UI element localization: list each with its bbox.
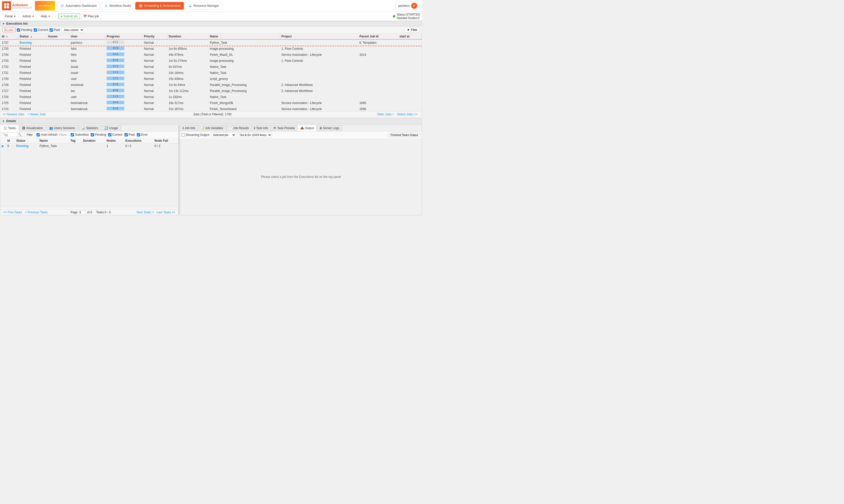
table-row[interactable]: 1730 Finished user 1 / 1 Normal 15s 436m… [0,76,422,82]
tasks-error-checkbox[interactable] [137,133,140,137]
tab-usage[interactable]: 🔄 Usage [101,125,121,131]
task-duration [82,143,105,149]
table-row[interactable]: 1737 Running pacheco 0 / 1 Normal Python… [0,39,422,46]
col-issues[interactable]: Issues [47,34,69,39]
table-row[interactable]: 1732 Finished louati 1 / 1 Normal 9s 537… [0,64,422,70]
col-task-nodes[interactable]: Nodes [105,138,124,143]
table-row[interactable]: 1725 Finished benmabrouk 4 / 4 Normal 18… [0,100,422,106]
tab-server-logs[interactable]: 🖥 Server Logs [316,125,342,131]
tab-output[interactable]: 📤 Output [298,125,316,131]
tab-visualization[interactable]: 🖼 Visualization [19,125,46,131]
tasks-pending-filter[interactable]: Pending [91,133,106,137]
admin-btn[interactable]: Admin ▼ [20,13,37,19]
tab-statistics[interactable]: 📊 Statistics [78,125,101,131]
streaming-checkbox[interactable] [182,133,185,137]
tasks-pending-checkbox[interactable] [91,133,94,137]
table-row[interactable]: 1728 Finished mouhoub 6 / 6 Normal 1m 6s… [0,82,422,88]
tab-job-results[interactable]: 📄 Job Results [226,125,252,131]
first-tasks-link[interactable]: << First Tasks [3,211,22,214]
table-row[interactable]: ▶ 0 Running Python_Task 1 0 / 2 0 / 2 [0,143,178,149]
col-name[interactable]: Name [208,34,280,39]
table-row[interactable]: 1726 Finished user 1 / 1 Normal 1s 182ms… [0,94,422,100]
tasks-error-filter[interactable]: Error [137,133,148,137]
col-task-executions[interactable]: Executions [124,138,153,143]
job-start-at [398,58,422,64]
oldest-jobs-link[interactable]: Oldest Jobs >> [397,112,417,116]
table-row[interactable]: 1727 Finished tao 6 / 6 Normal 1m 13s 11… [0,88,422,94]
older-jobs-link[interactable]: Older Jobs > [377,112,394,116]
col-task-status[interactable]: Status [15,138,38,143]
table-row[interactable]: 1735 Finished fahs 3 / 3 Normal 1m 6s 85… [0,46,422,52]
col-task-tag[interactable]: Tag [69,138,81,143]
past-filter[interactable]: Past [50,28,60,32]
portal-btn[interactable]: Portal ▼ [2,13,19,19]
current-filter[interactable]: Current [34,28,48,32]
col-task-node-fail[interactable]: Node Fail [153,138,178,143]
col-id[interactable]: Id ▼ [0,34,18,39]
tab-tasks[interactable]: 📋 Tasks [0,125,19,131]
pending-checkbox[interactable] [17,29,20,32]
col-user[interactable]: User [69,34,105,39]
tasks-current-filter[interactable]: Current [108,133,122,137]
submitted-checkbox[interactable] [71,133,74,137]
tab-job-info[interactable]: ℹ Job Info [180,125,198,131]
out-err-select[interactable]: Out & Err (1024 lines) [237,132,272,138]
tasks-past-filter[interactable]: Past [124,133,135,137]
resource-manager-btn[interactable]: ☁ Resource Manager [185,2,222,10]
col-priority[interactable]: Priority [142,34,167,39]
tab-task-info[interactable]: ℹ Task Info [252,125,271,131]
col-start-at[interactable]: start at [398,34,422,39]
last-tasks-link[interactable]: Last Tasks >> [157,211,175,214]
filter-btn[interactable]: ▼ Filter [404,27,420,33]
selected-job-select[interactable]: Selected job [211,132,236,138]
table-row[interactable]: 1734 Finished fahs 4 / 4 Normal 44s 676m… [0,52,422,58]
col-status[interactable]: Status ▲ [18,34,47,39]
table-row[interactable]: 1731 Finished louati 1 / 1 Normal 10s 18… [0,70,422,76]
my-jobs-btn[interactable]: My jobs [2,28,15,32]
current-checkbox[interactable] [34,29,37,32]
plan-job-btn[interactable]: 📅 Plan job [81,14,101,19]
help-btn[interactable]: Help ▼ [38,13,53,19]
col-project[interactable]: Project [280,34,358,39]
pending-filter[interactable]: Pending [17,28,32,32]
tab-users-sessions[interactable]: 👥 Users Sessions [46,125,78,131]
executions-toggle-icon[interactable]: ▼ [2,22,5,25]
user-menu[interactable]: pacheco P [396,1,420,10]
newest-jobs-link[interactable]: << Newest Jobs [3,112,24,116]
tab-task-preview[interactable]: 👁 Task Preview [271,125,298,131]
col-task-name[interactable]: Name [38,138,69,143]
streaming-output-label[interactable]: Streaming Output [182,133,209,137]
jobs-centric-select[interactable]: Jobs-centric [62,28,84,32]
col-parent-job-id[interactable]: Parent Job Id [358,34,398,39]
table-row[interactable]: 1724 Finished benmabrouk 4 / 4 Normal 21… [0,106,422,112]
tasks-auto-refresh[interactable]: Auto-refresh [36,133,57,137]
next-tasks-link[interactable]: Next Tasks > [137,211,154,214]
tab-job-variables[interactable]: 📝 Job Variables [198,125,226,131]
tasks-past-checkbox[interactable] [124,133,128,137]
page-input[interactable] [79,210,86,214]
prev-tasks-link[interactable]: < Previous Tasks [25,211,48,214]
past-checkbox[interactable] [50,29,53,32]
submit-job-btn[interactable]: ● Submit job [58,14,80,19]
col-task-id[interactable]: Id [6,138,15,143]
details-toggle-icon[interactable]: ▼ [2,120,5,123]
task-expand-btn[interactable]: ▶ [0,143,6,149]
tasks-current-checkbox[interactable] [108,133,111,137]
col-progress[interactable]: Progress [105,34,142,39]
submitted-filter[interactable]: Submitted [71,133,88,137]
automation-dashboard-btn[interactable]: ⟳ Automation Dashboard [57,2,100,10]
col-task-duration[interactable]: Duration [82,138,105,143]
scheduling-btn[interactable]: ⚙ Scheduling & Orchestration [135,2,184,10]
finished-tasks-output-btn[interactable]: Finished Tasks Output [388,133,420,137]
newer-jobs-link[interactable]: < Newer Jobs [27,112,46,116]
tasks-table-wrapper[interactable]: Id Status Name Tag Duration Nodes Execut… [0,138,178,207]
executions-table-wrapper[interactable]: Id ▼ Status ▲ Issues User Progress Prior… [0,34,422,111]
col-duration[interactable]: Duration [167,34,208,39]
table-row[interactable]: 1733 Finished fahs 6 / 6 Normal 1m 5s 27… [0,58,422,64]
tag-input[interactable] [2,133,17,137]
tasks-filter-btn[interactable]: Filter [24,132,35,137]
job-priority: Normal [142,106,167,112]
tasks-horizontal-scrollbar[interactable] [0,207,178,209]
auto-refresh-checkbox[interactable] [36,133,40,137]
workflow-studio-btn[interactable]: ✦ Workflow Studio [101,2,134,10]
